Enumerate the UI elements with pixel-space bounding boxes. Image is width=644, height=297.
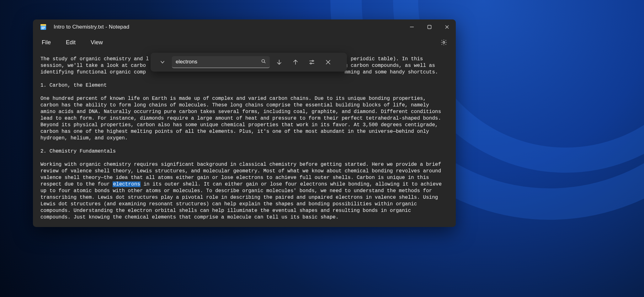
find-bar	[151, 53, 347, 72]
svg-rect-2	[41, 27, 45, 27]
svg-rect-4	[41, 29, 44, 29]
find-input[interactable]	[176, 59, 261, 65]
svg-rect-3	[41, 28, 45, 28]
paragraph: in its outer shell. It can either gain o…	[40, 181, 445, 220]
find-input-wrapper	[172, 56, 270, 68]
find-previous-button[interactable]	[289, 55, 302, 69]
text-editor[interactable]: The study of organic chemistry and lxxxx…	[33, 50, 456, 227]
paragraph: One hundred percent of known life on Ear…	[40, 96, 444, 141]
notepad-window: Intro to Chemistry.txt - Notepad File Ed…	[33, 19, 456, 227]
close-button[interactable]	[438, 19, 456, 35]
menu-file[interactable]: File	[42, 39, 51, 46]
section-heading: 2. Chemistry Fundamentals	[40, 148, 116, 154]
search-highlight: electrons	[113, 181, 140, 187]
minimize-button[interactable]	[403, 19, 421, 35]
find-next-button[interactable]	[272, 55, 286, 69]
window-title: Intro to Chemistry.txt - Notepad	[54, 24, 129, 30]
titlebar[interactable]: Intro to Chemistry.txt - Notepad	[33, 19, 456, 35]
text: The study of organic chemistry and l	[40, 56, 149, 62]
svg-point-7	[443, 41, 445, 43]
notepad-icon	[40, 24, 47, 30]
svg-rect-5	[410, 27, 414, 27]
text: mming and some handy shortcuts.	[345, 69, 438, 75]
menu-edit[interactable]: Edit	[66, 39, 76, 46]
svg-rect-6	[428, 25, 431, 29]
close-find-button[interactable]	[321, 55, 335, 69]
svg-point-10	[310, 63, 311, 64]
svg-rect-1	[40, 24, 46, 26]
expand-replace-button[interactable]	[156, 55, 169, 69]
svg-point-8	[262, 60, 265, 62]
svg-point-9	[312, 60, 313, 62]
menu-view[interactable]: View	[91, 39, 103, 46]
find-options-button[interactable]	[305, 55, 319, 69]
menubar: File Edit View	[33, 35, 456, 50]
search-icon[interactable]	[261, 59, 266, 65]
maximize-button[interactable]	[421, 19, 438, 35]
section-heading: 1. Carbon, the Element	[40, 83, 107, 88]
settings-button[interactable]	[438, 37, 450, 48]
